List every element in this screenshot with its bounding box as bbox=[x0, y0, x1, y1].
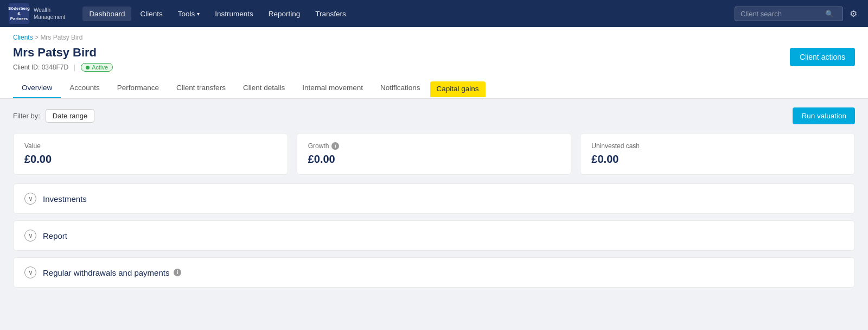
date-range-button[interactable]: Date range bbox=[46, 109, 94, 123]
accordion-report: Report bbox=[13, 220, 855, 251]
nav-clients[interactable]: Clients bbox=[133, 7, 169, 21]
investments-chevron-icon bbox=[24, 193, 36, 205]
search-box[interactable]: 🔍 bbox=[735, 7, 843, 21]
page-header: Clients > Mrs Patsy Bird Mrs Patsy Bird … bbox=[0, 27, 868, 99]
main-content: Filter by: Date range Run valuation Valu… bbox=[0, 99, 868, 330]
nav-search-area: 🔍 ⚙ bbox=[735, 7, 859, 21]
tab-capital-gains[interactable]: Capital gains bbox=[430, 81, 486, 97]
tools-dropdown-icon: ▾ bbox=[197, 11, 200, 17]
page-title: Mrs Patsy Bird bbox=[13, 46, 113, 60]
accordion-withdrawals: Regular withdrawals and payments i bbox=[13, 257, 855, 288]
client-meta: Client ID: 0348F7D | Active bbox=[13, 63, 113, 72]
accordion-report-header[interactable]: Report bbox=[14, 221, 854, 250]
breadcrumb-parent-link[interactable]: Clients bbox=[13, 34, 33, 41]
withdrawals-chevron-icon bbox=[24, 266, 36, 278]
accordion-withdrawals-header[interactable]: Regular withdrawals and payments i bbox=[14, 258, 854, 287]
metric-card-uninvested: Uninvested cash £0.00 bbox=[580, 133, 855, 175]
withdrawals-info-icon[interactable]: i bbox=[174, 269, 181, 276]
run-valuation-button[interactable]: Run valuation bbox=[793, 107, 855, 124]
brand-text: WealthManagement bbox=[34, 7, 65, 21]
accordion-investments: Investments bbox=[13, 183, 855, 214]
tab-performance[interactable]: Performance bbox=[108, 78, 168, 98]
nav-dashboard[interactable]: Dashboard bbox=[82, 7, 131, 21]
report-title: Report bbox=[43, 231, 67, 240]
breadcrumb-current: Mrs Patsy Bird bbox=[40, 34, 82, 41]
nav-reporting[interactable]: Reporting bbox=[262, 7, 307, 21]
settings-button[interactable]: ⚙ bbox=[847, 7, 859, 21]
breadcrumb: Clients > Mrs Patsy Bird bbox=[13, 34, 855, 41]
metric-label-growth: Growth i bbox=[308, 142, 560, 150]
status-badge: Active bbox=[81, 63, 113, 72]
tab-accounts[interactable]: Accounts bbox=[61, 78, 108, 98]
tabs: Overview Accounts Performance Client tra… bbox=[13, 78, 855, 98]
search-input[interactable] bbox=[741, 10, 822, 18]
metric-card-value: Value £0.00 bbox=[13, 133, 288, 175]
status-label: Active bbox=[92, 64, 108, 71]
tab-client-details[interactable]: Client details bbox=[234, 78, 293, 98]
status-dot bbox=[86, 66, 90, 69]
client-id: Client ID: 0348F7D bbox=[13, 64, 68, 71]
metric-label-uninvested: Uninvested cash bbox=[591, 142, 844, 150]
tab-overview[interactable]: Overview bbox=[13, 78, 61, 98]
investments-title: Investments bbox=[43, 194, 87, 204]
filter-by-label: Filter by: bbox=[13, 112, 40, 120]
metric-value-uninvested: £0.00 bbox=[591, 153, 844, 166]
report-chevron-icon bbox=[24, 230, 36, 242]
nav-tools[interactable]: Tools ▾ bbox=[171, 7, 207, 21]
withdrawals-title: Regular withdrawals and payments i bbox=[43, 268, 181, 277]
nav-instruments[interactable]: Instruments bbox=[208, 7, 260, 21]
tab-notifications[interactable]: Notifications bbox=[372, 78, 429, 98]
nav-links: Dashboard Clients Tools ▾ Instruments Re… bbox=[82, 7, 722, 21]
metric-card-growth: Growth i £0.00 bbox=[297, 133, 572, 175]
page-title-row: Mrs Patsy Bird Client ID: 0348F7D | Acti… bbox=[13, 46, 855, 78]
accordion-investments-header[interactable]: Investments bbox=[14, 184, 854, 213]
filter-left: Filter by: Date range bbox=[13, 109, 94, 123]
metric-value-growth: £0.00 bbox=[308, 153, 560, 166]
brand-logo-icon: Söderberg& Partners bbox=[9, 3, 29, 24]
client-actions-button[interactable]: Client actions bbox=[790, 48, 855, 66]
meta-divider: | bbox=[74, 64, 75, 71]
tab-client-transfers[interactable]: Client transfers bbox=[168, 78, 234, 98]
nav-transfers[interactable]: Transfers bbox=[309, 7, 353, 21]
search-icon: 🔍 bbox=[825, 10, 834, 18]
filter-row: Filter by: Date range Run valuation bbox=[13, 107, 855, 124]
tab-internal-movement[interactable]: Internal movement bbox=[293, 78, 372, 98]
breadcrumb-separator: > bbox=[35, 34, 40, 41]
metric-label-value: Value bbox=[24, 142, 277, 150]
client-info: Mrs Patsy Bird Client ID: 0348F7D | Acti… bbox=[13, 46, 113, 78]
metric-value-value: £0.00 bbox=[24, 153, 277, 166]
brand-logo-area: Söderberg& Partners WealthManagement bbox=[9, 3, 65, 24]
navbar: Söderberg& Partners WealthManagement Das… bbox=[0, 0, 868, 27]
metrics-row: Value £0.00 Growth i £0.00 Uninvested ca… bbox=[13, 133, 855, 175]
growth-info-icon[interactable]: i bbox=[331, 142, 339, 150]
